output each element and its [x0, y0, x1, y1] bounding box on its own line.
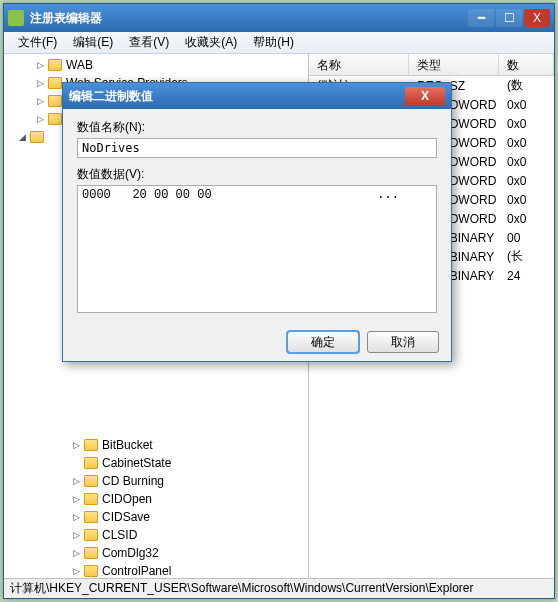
expander-icon[interactable]: ▷	[70, 547, 82, 559]
value-data: 0x0	[499, 98, 554, 112]
menu-favorites[interactable]: 收藏夹(A)	[177, 32, 245, 53]
close-button[interactable]: X	[524, 9, 550, 27]
tree-item[interactable]: ▷CD Burning	[4, 472, 308, 490]
folder-icon	[84, 439, 98, 451]
folder-icon	[48, 95, 62, 107]
col-data[interactable]: 数	[499, 54, 554, 75]
folder-icon	[48, 59, 62, 71]
dialog-body: 数值名称(N): NoDrives 数值数据(V): 0000 20 00 00…	[63, 109, 451, 323]
menubar: 文件(F) 编辑(E) 查看(V) 收藏夹(A) 帮助(H)	[4, 32, 554, 54]
menu-file[interactable]: 文件(F)	[10, 32, 65, 53]
value-data: 0x0	[499, 212, 554, 226]
tree-item-label: WAB	[66, 58, 93, 72]
value-data: 0x0	[499, 193, 554, 207]
dialog-close-button[interactable]: X	[405, 87, 445, 105]
tree-item-label: ControlPanel	[102, 564, 171, 578]
expander-icon[interactable]: ▷	[34, 77, 46, 89]
value-data: (长	[499, 248, 554, 265]
app-icon	[8, 10, 24, 26]
data-field[interactable]: 0000 20 00 00 00 ...	[77, 185, 437, 313]
tree-item-label: CD Burning	[102, 474, 164, 488]
folder-icon	[84, 547, 98, 559]
expander-icon[interactable]: ▷	[70, 439, 82, 451]
value-data: 24	[499, 269, 554, 283]
ok-button[interactable]: 确定	[287, 331, 359, 353]
window-title: 注册表编辑器	[30, 10, 466, 27]
expander-icon[interactable]: ◢	[16, 131, 28, 143]
value-data: 0x0	[499, 155, 554, 169]
dialog-title: 编辑二进制数值	[69, 88, 405, 105]
menu-edit[interactable]: 编辑(E)	[65, 32, 121, 53]
statusbar: 计算机\HKEY_CURRENT_USER\Software\Microsoft…	[4, 578, 554, 598]
folder-icon	[48, 77, 62, 89]
value-data: 0x0	[499, 136, 554, 150]
expander-icon[interactable]: ▷	[70, 475, 82, 487]
tree-item-label: CIDOpen	[102, 492, 152, 506]
expander-icon[interactable]: ▷	[70, 529, 82, 541]
tree-item[interactable]: ▷BitBucket	[4, 436, 308, 454]
tree-item-label: CIDSave	[102, 510, 150, 524]
folder-icon	[84, 529, 98, 541]
expander-icon[interactable]: ▷	[70, 565, 82, 577]
dialog-buttons: 确定 取消	[63, 323, 451, 361]
expander-icon[interactable]: ▷	[34, 95, 46, 107]
col-name[interactable]: 名称	[309, 54, 409, 75]
folder-icon	[84, 493, 98, 505]
name-field[interactable]: NoDrives	[77, 138, 437, 158]
tree-item[interactable]: ▷CLSID	[4, 526, 308, 544]
tree-item[interactable]: ▷CIDSave	[4, 508, 308, 526]
expander-icon[interactable]: ▷	[70, 511, 82, 523]
name-label: 数值名称(N):	[77, 119, 437, 136]
expander-icon[interactable]: ▷	[34, 113, 46, 125]
folder-icon	[48, 113, 62, 125]
menu-view[interactable]: 查看(V)	[121, 32, 177, 53]
expander-icon[interactable]	[70, 457, 82, 469]
dialog-titlebar[interactable]: 编辑二进制数值 X	[63, 83, 451, 109]
tree-item-label: CLSID	[102, 528, 137, 542]
tree-item[interactable]: ▷ComDlg32	[4, 544, 308, 562]
value-data: 0x0	[499, 174, 554, 188]
tree-item[interactable]: ▷WAB	[4, 56, 308, 74]
tree-item-label: BitBucket	[102, 438, 153, 452]
tree-item[interactable]: ▷ControlPanel	[4, 562, 308, 578]
maximize-button[interactable]: ☐	[496, 9, 522, 27]
value-data: 0x0	[499, 117, 554, 131]
value-data: (数	[499, 77, 554, 94]
tree-item-label: CabinetState	[102, 456, 171, 470]
cancel-button[interactable]: 取消	[367, 331, 439, 353]
minimize-button[interactable]: ━	[468, 9, 494, 27]
data-label: 数值数据(V):	[77, 166, 437, 183]
expander-icon[interactable]: ▷	[70, 493, 82, 505]
folder-icon	[84, 565, 98, 577]
edit-binary-dialog: 编辑二进制数值 X 数值名称(N): NoDrives 数值数据(V): 000…	[62, 82, 452, 362]
folder-icon	[84, 457, 98, 469]
value-data: 00	[499, 231, 554, 245]
folder-icon	[30, 131, 44, 143]
col-type[interactable]: 类型	[409, 54, 499, 75]
titlebar[interactable]: 注册表编辑器 ━ ☐ X	[4, 4, 554, 32]
tree-item-label: ComDlg32	[102, 546, 159, 560]
list-header[interactable]: 名称 类型 数	[309, 54, 554, 76]
expander-icon[interactable]: ▷	[34, 59, 46, 71]
status-path: 计算机\HKEY_CURRENT_USER\Software\Microsoft…	[10, 580, 473, 597]
tree-item[interactable]: CabinetState	[4, 454, 308, 472]
folder-icon	[84, 475, 98, 487]
menu-help[interactable]: 帮助(H)	[245, 32, 302, 53]
tree-item[interactable]: ▷CIDOpen	[4, 490, 308, 508]
folder-icon	[84, 511, 98, 523]
